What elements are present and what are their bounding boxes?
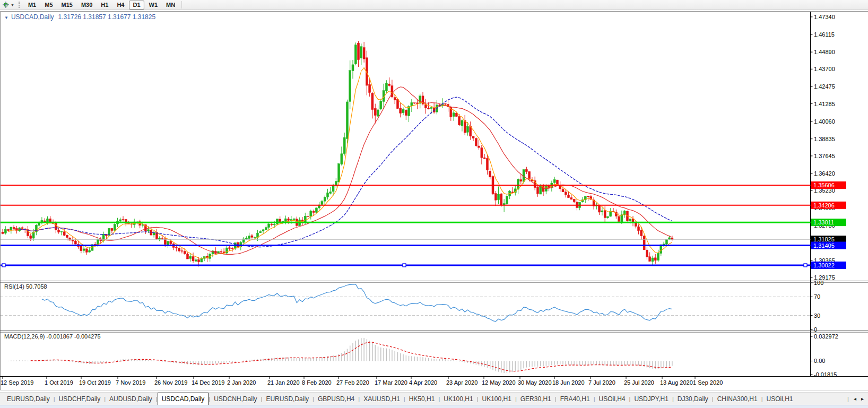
svg-text:23 Apr 2020: 23 Apr 2020 [446,379,478,386]
svg-text:1.46115: 1.46115 [814,31,835,38]
chart-collapse-caret-icon[interactable]: ▼ [4,15,8,20]
price-chart: 1.473401.461151.448901.437001.424751.412… [0,0,868,408]
rsi-axis: 10070300 [811,280,824,333]
timeframe-button-w1[interactable]: W1 [145,1,162,10]
chart-tab-usdjpy-h1[interactable]: USDJPY,H1 [630,393,672,405]
chart-tab-uk100-h1[interactable]: UK100,H1 [479,393,515,405]
svg-text:1.36420: 1.36420 [814,170,835,177]
timeframe-button-d1[interactable]: D1 [129,1,144,10]
svg-text:70: 70 [814,293,820,300]
svg-text:1.35606: 1.35606 [813,182,835,188]
tab-scroll-right-icon[interactable]: ▸ [861,396,864,402]
chart-tab-fra40-h1[interactable]: FRA40,H1 [557,393,594,405]
svg-text:1.41285: 1.41285 [814,101,835,107]
chart-tab-xauusd-h1[interactable]: XAUUSD,H1 [360,393,404,405]
tool-dropdown-caret-icon[interactable]: ▼ [11,3,14,7]
svg-text:1 Oct 2019: 1 Oct 2019 [45,379,73,386]
toolbar-separator [181,1,182,8]
chart-tab-uk100-h1[interactable]: UK100,H1 [440,393,476,405]
timeframe-buttons: M1M5M15M30H1H4D1W1MN [24,1,179,10]
hline-selection-handle[interactable] [2,264,5,267]
timeframe-button-h1[interactable]: H1 [97,1,112,10]
svg-text:1 Sep 2020: 1 Sep 2020 [693,379,723,386]
chart-tab-ger30-h1[interactable]: GER30,H1 [517,393,555,405]
symbol-tabs: EURUSD,Daily|USDCHF,Daily|AUDUSD,Daily|U… [0,393,843,405]
timeframe-button-h4[interactable]: H4 [113,1,128,10]
chart-title: ▼USDCAD,Daily1.31726 1.31857 1.31677 1.3… [4,13,155,21]
toolbar-grip-handle[interactable] [19,2,21,8]
chart-tab-china300-h1[interactable]: CHINA300,H1 [714,393,761,405]
chart-tab-eurusd-daily[interactable]: EURUSD,Daily [262,393,313,405]
svg-text:1.33011: 1.33011 [813,219,834,225]
svg-text:30: 30 [814,312,820,319]
svg-text:4 Apr 2020: 4 Apr 2020 [409,379,437,386]
svg-text:7 Jul 2020: 7 Jul 2020 [588,379,615,386]
svg-text:1.38835: 1.38835 [814,136,835,142]
macd-axis: 0.0329720.00-0.01815 [811,333,838,378]
tab-scroll-arrows: | ◂ ▸ [843,393,868,405]
svg-text:1.30022: 1.30022 [813,262,835,268]
svg-text:25 Jul 2020: 25 Jul 2020 [624,379,654,386]
price-badge-1.35606: 1.35606 [811,181,846,189]
svg-text:1.43700: 1.43700 [814,66,835,72]
chart-symbol-label: USDCAD,Daily [11,13,54,21]
rsi-line [42,284,672,322]
price-badge-1.33011: 1.33011 [811,219,846,226]
hline-selection-handle[interactable] [403,264,406,267]
svg-text:27 Feb 2020: 27 Feb 2020 [336,379,369,386]
svg-text:12 May 2020: 12 May 2020 [482,379,516,386]
chart-tab-usdcnh-daily[interactable]: USDCNH,Daily [210,393,261,405]
svg-text:1.37645: 1.37645 [814,153,835,159]
price-badge-1.30022: 1.30022 [811,262,846,269]
svg-text:18 Jun 2020: 18 Jun 2020 [552,379,585,386]
svg-text:1.40060: 1.40060 [814,118,835,125]
svg-text:13 Aug 2020: 13 Aug 2020 [660,379,693,386]
svg-text:1.44890: 1.44890 [814,49,835,55]
svg-text:14 Dec 2019: 14 Dec 2019 [192,379,224,386]
macd-histogram [8,338,672,373]
chart-tab-audusd-daily[interactable]: AUDUSD,Daily [106,393,156,405]
chart-tab-hk50-h1[interactable]: HK50,H1 [405,393,439,405]
macd-signal-line [31,342,672,371]
svg-text:1.31825: 1.31825 [813,236,835,242]
timeframe-button-mn[interactable]: MN [162,1,179,10]
svg-text:12 Sep 2019: 12 Sep 2019 [1,379,33,386]
time-axis: 12 Sep 20191 Oct 201919 Oct 20197 Nov 20… [1,377,723,386]
svg-text:26 Nov 2019: 26 Nov 2019 [154,379,187,386]
macd-indicator-label: MACD(12,26,9) -0.001867 -0.004275 [4,333,101,340]
chart-tab-eurusd-daily[interactable]: EURUSD,Daily [3,393,54,405]
status-strip [0,405,868,408]
svg-text:1.47340: 1.47340 [814,14,835,20]
svg-text:1.31405: 1.31405 [813,242,835,249]
svg-text:0.00: 0.00 [814,358,825,364]
chart-tab-usoil-h1[interactable]: USOil,H1 [763,393,797,405]
timeframe-button-m1[interactable]: M1 [24,1,40,10]
timeframe-button-m30[interactable]: M30 [77,1,96,10]
tab-scroll-left-icon[interactable]: ◂ [854,396,856,402]
chart-tab-gbpusd-h4[interactable]: GBPUSD,H4 [314,393,358,405]
timeframe-toolbar: ▼ M1M5M15M30H1H4D1W1MN [0,0,868,10]
ma-fast-line [8,68,672,258]
crosshair-tool-icon[interactable] [2,1,10,8]
svg-text:100: 100 [814,280,823,286]
hline-selection-handle[interactable] [804,264,807,267]
svg-text:19 Oct 2019: 19 Oct 2019 [79,379,111,386]
price-badge-1.34206: 1.34206 [811,202,846,209]
chart-tab-usdchf-daily[interactable]: USDCHF,Daily [55,393,105,405]
svg-text:0.032972: 0.032972 [814,333,838,340]
svg-text:8 Feb 2020: 8 Feb 2020 [302,379,332,386]
svg-text:7 Nov 2019: 7 Nov 2019 [116,379,145,386]
timeframe-button-m15[interactable]: M15 [58,1,76,10]
price-badge-1.31405: 1.31405 [811,242,846,249]
chart-tab-dj30-daily[interactable]: DJ30,Daily [674,393,712,405]
chart-ohlc-values: 1.31726 1.31857 1.31677 1.31825 [58,13,156,21]
svg-text:17 Mar 2020: 17 Mar 2020 [375,379,407,386]
candlestick-series [2,41,673,266]
svg-text:30 May 2020: 30 May 2020 [518,379,552,386]
tab-separator: | [847,396,849,402]
svg-text:1.34206: 1.34206 [813,202,835,209]
chart-tab-usdcad-daily[interactable]: USDCAD,Daily [158,393,209,405]
chart-tab-bar: EURUSD,Daily|USDCHF,Daily|AUDUSD,Daily|U… [0,392,868,405]
chart-tab-usoil-h4[interactable]: USOil,H4 [595,393,629,405]
timeframe-button-m5[interactable]: M5 [41,1,56,10]
